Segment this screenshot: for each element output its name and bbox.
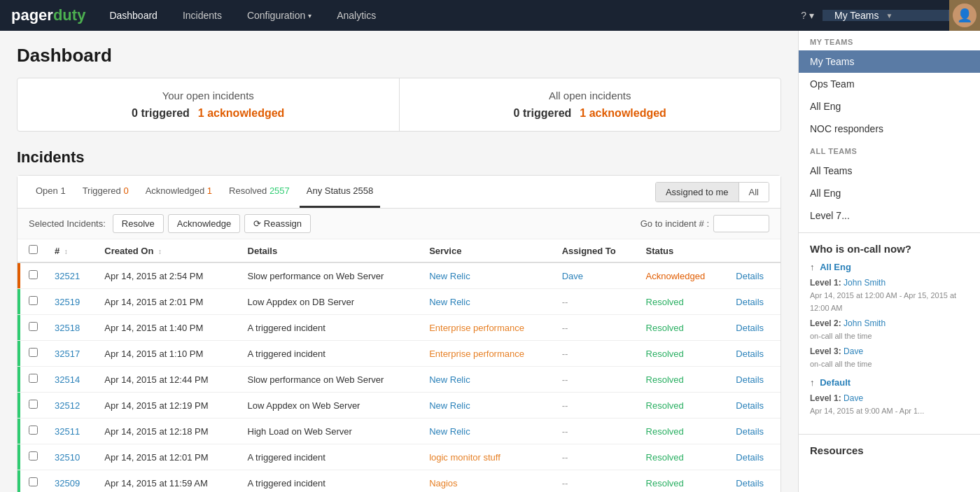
assigned-person-link[interactable]: Dave [562, 271, 583, 281]
oncall-group-alleng-name[interactable]: ↑ All Eng [810, 262, 969, 272]
goto-label: Go to incident # : [640, 218, 709, 229]
col-status: Status [638, 239, 728, 262]
team-my-teams[interactable]: My Teams [799, 50, 980, 73]
details-link[interactable]: Details [736, 349, 764, 359]
row-action: Details [727, 419, 780, 444]
col-action [727, 239, 780, 262]
row-action: Details [727, 367, 780, 393]
team-all-eng-2[interactable]: All Eng [799, 182, 980, 204]
incident-id-link[interactable]: 32514 [55, 374, 80, 385]
service-link[interactable]: New Relic [429, 271, 470, 281]
details-link[interactable]: Details [736, 426, 764, 437]
service-link[interactable]: New Relic [429, 374, 470, 385]
row-checkbox[interactable] [29, 374, 38, 383]
row-action: Details [727, 444, 780, 470]
row-id: 32511 [46, 419, 96, 444]
col-number[interactable]: # ↕ [46, 239, 96, 262]
team-level7[interactable]: Level 7... [799, 204, 980, 227]
row-checkbox[interactable] [29, 322, 38, 331]
help-button[interactable]: ? ▾ [792, 10, 823, 21]
status-badge: Resolved [646, 426, 684, 437]
row-assigned: -- [554, 470, 638, 493]
service-link[interactable]: Nagios [429, 478, 457, 489]
assigned-to-me-btn[interactable]: Assigned to me [656, 183, 739, 202]
nav-analytics[interactable]: Analytics [324, 0, 388, 31]
team-all-teams[interactable]: All Teams [799, 160, 980, 182]
reassign-button[interactable]: ⟳ Reassign [244, 214, 311, 233]
row-id: 32509 [46, 470, 96, 493]
logo[interactable]: pagerduty [0, 0, 97, 31]
details-link[interactable]: Details [736, 452, 764, 463]
row-checkbox[interactable] [29, 451, 38, 461]
team-noc[interactable]: NOC responders [799, 118, 980, 140]
incident-id-link[interactable]: 32509 [55, 478, 80, 489]
row-checkbox[interactable] [29, 426, 38, 435]
service-link[interactable]: New Relic [429, 426, 470, 437]
tab-open[interactable]: Open 1 [29, 176, 73, 208]
details-link[interactable]: Details [736, 271, 764, 281]
row-service: Nagios [421, 470, 554, 493]
row-checkbox-cell [20, 262, 46, 289]
incident-id-link[interactable]: 32517 [55, 349, 80, 359]
row-created: Apr 14, 2015 at 2:01 PM [96, 289, 239, 315]
all-open-counts: 0 triggered 1 acknowledged [416, 107, 764, 120]
row-checkbox[interactable] [29, 270, 38, 279]
row-details: A triggered incident [239, 470, 421, 493]
oncall-alleng-l1-person[interactable]: John Smith [844, 278, 886, 288]
row-checkbox[interactable] [29, 348, 38, 357]
table-row: 32518 Apr 14, 2015 at 1:40 PM A triggere… [18, 315, 780, 341]
row-checkbox[interactable] [29, 296, 38, 305]
tab-triggered[interactable]: Triggered 0 [76, 176, 136, 208]
details-link[interactable]: Details [736, 323, 764, 333]
details-link[interactable]: Details [736, 478, 764, 489]
resolve-button[interactable]: Resolve [113, 214, 164, 233]
acknowledge-button[interactable]: Acknowledge [168, 214, 240, 233]
nav-configuration[interactable]: Configuration ▾ [234, 0, 324, 31]
service-link[interactable]: New Relic [429, 297, 470, 307]
all-teams-section-header: ALL TEAMS [799, 140, 980, 160]
service-link[interactable]: New Relic [429, 400, 470, 411]
my-teams-nav[interactable]: My Teams ▼ [823, 10, 949, 21]
row-action: Details [727, 341, 780, 367]
oncall-group-default: ↑ Default Level 1: Dave Apr 14, 2015 at … [810, 377, 969, 417]
row-assigned: -- [554, 444, 638, 470]
assigned-all-btn[interactable]: All [739, 183, 769, 202]
incident-id-link[interactable]: 32519 [55, 297, 80, 307]
incident-id-link[interactable]: 32510 [55, 452, 80, 463]
oncall-alleng-l3-person[interactable]: Dave [844, 346, 863, 356]
service-link[interactable]: logic monitor stuff [429, 452, 500, 463]
team-ops[interactable]: Ops Team [799, 73, 980, 95]
team-all-eng[interactable]: All Eng [799, 95, 980, 118]
incident-id-link[interactable]: 32518 [55, 323, 80, 333]
row-id: 32512 [46, 393, 96, 419]
nav-incidents[interactable]: Incidents [170, 0, 234, 31]
tab-any-status[interactable]: Any Status 2558 [300, 176, 380, 208]
oncall-alleng-l2-person[interactable]: John Smith [844, 318, 886, 328]
details-link[interactable]: Details [736, 374, 764, 385]
user-avatar[interactable]: 👤 [949, 0, 980, 31]
row-checkbox[interactable] [29, 477, 38, 486]
service-link[interactable]: Enterprise performance [429, 323, 524, 333]
details-link[interactable]: Details [736, 297, 764, 307]
row-service: New Relic [421, 262, 554, 289]
tab-resolved[interactable]: Resolved 2557 [222, 176, 297, 208]
oncall-default-l1-person[interactable]: Dave [844, 393, 863, 403]
row-assigned: -- [554, 289, 638, 315]
select-all-checkbox[interactable] [29, 245, 38, 254]
oncall-group-default-name[interactable]: ↑ Default [810, 377, 969, 388]
col-created[interactable]: Created On ↕ [96, 239, 239, 262]
incident-id-link[interactable]: 32511 [55, 426, 80, 437]
service-link[interactable]: Enterprise performance [429, 349, 524, 359]
col-service: Service [421, 239, 554, 262]
row-id: 32521 [46, 262, 96, 289]
incident-id-link[interactable]: 32512 [55, 400, 80, 411]
row-assigned: -- [554, 315, 638, 341]
details-link[interactable]: Details [736, 400, 764, 411]
tab-acknowledged[interactable]: Acknowledged 1 [139, 176, 219, 208]
goto-input[interactable] [713, 215, 769, 232]
incident-id-link[interactable]: 32521 [55, 271, 80, 281]
row-checkbox[interactable] [29, 400, 38, 409]
status-badge: Resolved [646, 400, 684, 411]
row-action: Details [727, 262, 780, 289]
nav-dashboard[interactable]: Dashboard [97, 0, 170, 31]
